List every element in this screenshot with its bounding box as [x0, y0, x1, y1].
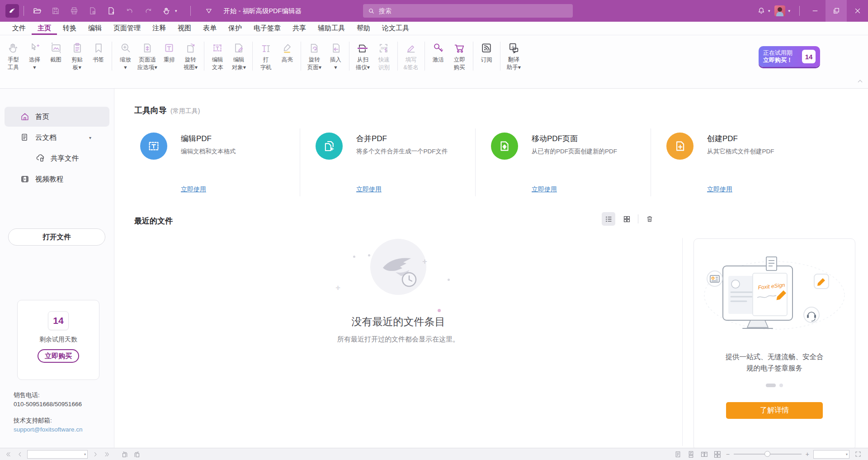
ribbon-hand-button[interactable]: 手型工具	[3, 38, 24, 71]
first-page-button[interactable]	[4, 450, 13, 459]
account-caret[interactable]: ▾	[788, 9, 790, 13]
menu-item[interactable]: 转换	[57, 22, 82, 35]
facing-continuous-layout-icon[interactable]	[713, 450, 722, 459]
sidebar-item-video[interactable]: 视频教程	[5, 169, 109, 189]
previous-page-button[interactable]	[15, 450, 24, 459]
notifications-bell-icon[interactable]	[756, 6, 766, 16]
buy-now-button[interactable]: 立即购买	[38, 349, 79, 363]
sidebar-item-home[interactable]: 首页	[5, 107, 109, 127]
ribbon-ocr-button[interactable]: OCR快速识别	[373, 38, 395, 71]
menu-item[interactable]: 辅助工具	[312, 22, 351, 35]
support-email-link[interactable]: support@foxitsoftware.cn	[14, 425, 83, 434]
facing-layout-icon[interactable]	[700, 450, 709, 459]
minimize-button[interactable]	[804, 0, 826, 22]
menu-item[interactable]: 主页	[32, 22, 57, 35]
fullscreen-icon[interactable]	[854, 450, 863, 459]
ribbon-highlight-button[interactable]: 高亮	[277, 38, 298, 64]
clear-recent-trash-icon[interactable]	[643, 212, 656, 226]
menu-item[interactable]: 论文工具	[376, 22, 415, 35]
collapse-ribbon-icon[interactable]	[859, 81, 863, 85]
ribbon-rotateview-button[interactable]: 旋转视图▾	[180, 38, 201, 71]
ribbon-typewriter-button[interactable]: 打字机	[255, 38, 277, 71]
ribbon-snapshot-button[interactable]: 截图	[45, 38, 66, 64]
learn-more-button[interactable]: 了解详情	[726, 402, 823, 419]
zoom-out-button[interactable]: −	[726, 451, 730, 457]
export-pdf-icon[interactable]	[88, 6, 98, 16]
sidebar-item-sharefile[interactable]: 共享文件	[5, 148, 109, 168]
zoom-box-caret[interactable]: ▾	[846, 452, 849, 456]
next-view-button[interactable]	[132, 450, 141, 459]
use-now-link[interactable]: 立即使用	[532, 185, 557, 194]
save-icon[interactable]	[51, 6, 61, 16]
menu-item[interactable]: 页面管理	[108, 22, 146, 35]
grid-view-button[interactable]	[620, 212, 633, 226]
zoom-percent-box[interactable]: ▾	[813, 450, 849, 459]
undo-icon[interactable]	[125, 6, 135, 16]
ribbon-select-button[interactable]: 选择▾	[24, 38, 45, 71]
ribbon-fillsign-button[interactable]: 填写&签名	[401, 38, 422, 71]
filter-nabla-icon[interactable]	[204, 6, 214, 16]
tool-card-description: 从已有的PDF页面创建新的PDF	[532, 147, 617, 156]
list-view-button[interactable]	[602, 212, 615, 226]
zoom-percent-input[interactable]	[814, 451, 846, 457]
ribbon-reflow-button[interactable]: 重排	[159, 38, 180, 64]
menu-item[interactable]: 电子签章	[248, 22, 287, 35]
ribbon-fitpage-button[interactable]: 页面适应选项▾	[136, 38, 159, 71]
ribbon-scanner-button[interactable]: 从扫描仪▾	[352, 38, 373, 71]
expand-caret-icon[interactable]: ▾	[89, 135, 91, 140]
page-box-caret[interactable]: ▾	[84, 452, 87, 456]
ribbon-bookmark-button[interactable]: 书签	[88, 38, 109, 64]
ribbon-editobject-button[interactable]: 编辑对象▾	[228, 38, 250, 71]
ribbon-edittext-button[interactable]: 编辑文本	[207, 38, 228, 71]
zoom-slider[interactable]	[734, 454, 802, 455]
open-file-icon[interactable]	[32, 6, 42, 16]
hand-tool-icon[interactable]	[162, 6, 172, 16]
ribbon-rotatepage-button[interactable]: 旋转页面▾	[304, 38, 325, 71]
use-now-link[interactable]: 立即使用	[356, 185, 382, 194]
search-input[interactable]	[379, 7, 568, 14]
next-page-button[interactable]	[90, 450, 99, 459]
continuous-layout-icon[interactable]	[687, 450, 696, 459]
user-avatar[interactable]	[774, 5, 785, 16]
sidebar-item-clouddoc[interactable]: 云文档▾	[5, 128, 109, 147]
ribbon-activate-button[interactable]: 激活	[428, 38, 449, 64]
menu-item[interactable]: 编辑	[82, 22, 108, 35]
print-icon[interactable]	[69, 6, 79, 16]
carousel-dot-active[interactable]	[766, 384, 776, 387]
use-now-link[interactable]: 立即使用	[707, 185, 732, 194]
zoom-in-button[interactable]: +	[806, 451, 809, 457]
open-file-button[interactable]: 打开文件	[8, 228, 105, 246]
ribbon-translate-button[interactable]: A翻译助手▾	[503, 38, 524, 71]
zoom-slider-knob[interactable]	[764, 451, 770, 457]
hand-tool-caret[interactable]: ▾	[175, 9, 177, 13]
menu-item[interactable]: 共享	[287, 22, 312, 35]
ribbon-clipboard-button[interactable]: 剪贴板▾	[66, 38, 88, 71]
page-number-box[interactable]: ▾	[27, 450, 88, 459]
title-bar: ▾ 开始 - 福昕高级PDF编辑器 ▾ ▾	[0, 0, 868, 22]
menu-item[interactable]: 表单	[197, 22, 222, 35]
ribbon-subscribe-button[interactable]: 订阅	[476, 38, 497, 64]
previous-view-button[interactable]	[120, 450, 129, 459]
close-button[interactable]	[847, 0, 868, 22]
ribbon-insertpage-button[interactable]: 插入▾	[325, 38, 346, 71]
trial-purchase-badge[interactable]: 正在试用期 立即购买！ 14	[759, 46, 820, 67]
menu-item[interactable]: 视图	[172, 22, 197, 35]
notifications-caret[interactable]: ▾	[768, 9, 770, 13]
ribbon-zoomtool-button[interactable]: 缩放▾	[115, 38, 136, 71]
redo-icon[interactable]	[143, 6, 153, 16]
menu-item[interactable]: 注释	[146, 22, 172, 35]
carousel-dot[interactable]	[779, 384, 783, 387]
ocr-icon: OCR	[377, 40, 390, 56]
single-page-layout-icon[interactable]	[674, 450, 683, 459]
menu-item[interactable]: 文件	[6, 22, 32, 35]
restore-button[interactable]	[826, 0, 847, 22]
menu-item[interactable]: 保护	[222, 22, 248, 35]
ribbon-cart-button[interactable]: 立即购买	[449, 38, 470, 71]
search-bar[interactable]	[363, 4, 573, 18]
new-document-icon[interactable]	[106, 6, 116, 16]
use-now-link[interactable]: 立即使用	[181, 185, 206, 194]
last-page-button[interactable]	[102, 450, 111, 459]
page-number-input[interactable]	[28, 451, 84, 457]
menu-item[interactable]: 帮助	[351, 22, 376, 35]
foxit-watermark-logo	[369, 238, 427, 296]
